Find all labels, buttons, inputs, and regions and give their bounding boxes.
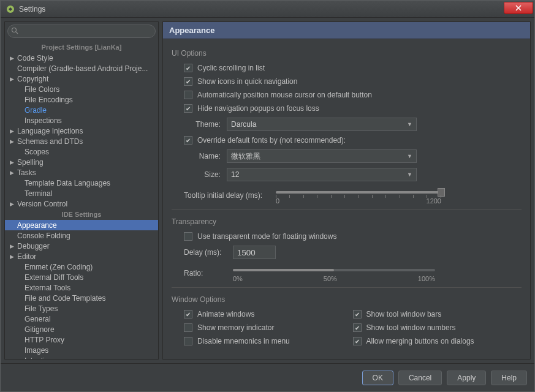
- font-name-combo[interactable]: 微软雅黑 ▼: [227, 149, 417, 163]
- merging-checkbox[interactable]: [353, 337, 362, 345]
- tree-item[interactable]: Compiler (Gradle-based Android Proje...: [5, 63, 158, 74]
- tree-item-label: Emmet (Zen Coding): [25, 263, 93, 271]
- disable-mnemonics-label: Disable mnemonics in menu: [197, 337, 290, 345]
- mouse-position-checkbox[interactable]: [184, 91, 192, 99]
- settings-tree[interactable]: Project Settings [LianKa]▶Code StyleComp…: [5, 40, 158, 359]
- tooltip-delay-slider[interactable]: 0 1200: [276, 186, 441, 205]
- tree-item[interactable]: External Diff Tools: [5, 272, 158, 282]
- tree-item-label: Debugger: [17, 242, 50, 251]
- tree-item-label: Tasks: [17, 168, 36, 177]
- tree-item[interactable]: File Types: [5, 303, 158, 314]
- tree-item[interactable]: ▶Tasks: [5, 167, 158, 178]
- tree-item-label: Schemas and DTDs: [17, 137, 83, 146]
- tool-numbers-label: Show tool window numbers: [366, 323, 456, 332]
- tree-item-label: Spelling: [17, 158, 44, 167]
- search-input[interactable]: [7, 24, 156, 38]
- delay-field[interactable]: [233, 246, 276, 259]
- tree-item[interactable]: Gradle: [5, 105, 158, 115]
- tree-item-label: Images: [25, 346, 48, 355]
- tree-item-label: File Encodings: [25, 96, 73, 104]
- svg-point-1: [12, 28, 17, 32]
- tree-item[interactable]: ▶Spelling: [5, 157, 158, 167]
- disable-mnemonics-checkbox[interactable]: [184, 337, 192, 345]
- cyclic-checkbox[interactable]: [184, 64, 192, 72]
- tree-item[interactable]: HTTP Proxy: [5, 334, 158, 345]
- sidebar: Project Settings [LianKa]▶Code StyleComp…: [4, 21, 159, 360]
- button-bar: OK Cancel Apply Help: [1, 363, 534, 391]
- cyclic-label: Cyclic scrolling in list: [197, 64, 265, 72]
- memory-label: Show memory indicator: [197, 323, 274, 332]
- tree-item[interactable]: ▶Version Control: [5, 198, 158, 209]
- tree-item-label: HTTP Proxy: [25, 336, 64, 344]
- font-size-combo[interactable]: 12 ▼: [227, 168, 417, 181]
- tree-item[interactable]: ▶Language Injections: [5, 126, 158, 136]
- cancel-button[interactable]: Cancel: [398, 371, 442, 385]
- tree-item[interactable]: Console Folding: [5, 230, 158, 241]
- tree-item-label: External Tools: [25, 284, 70, 292]
- page-title: Appearance: [163, 22, 530, 39]
- theme-combo[interactable]: Darcula ▼: [227, 118, 417, 131]
- theme-label: Theme:: [184, 120, 221, 129]
- tree-item[interactable]: General: [5, 314, 158, 324]
- tool-numbers-checkbox[interactable]: [353, 323, 362, 332]
- tree-item-label: Terminal: [25, 189, 52, 198]
- titlebar[interactable]: Settings: [1, 1, 534, 18]
- quicknav-icons-label: Show icons in quick navigation: [197, 77, 297, 86]
- tree-item[interactable]: Terminal: [5, 188, 158, 198]
- font-name-label: Name:: [184, 152, 221, 160]
- tree-arrow-icon: ▶: [10, 76, 17, 82]
- tool-bars-checkbox[interactable]: [353, 310, 362, 318]
- ratio-slider[interactable]: 0% 50% 100%: [233, 264, 435, 282]
- ratio-50: 50%: [324, 275, 337, 282]
- quicknav-icons-checkbox[interactable]: [184, 77, 192, 86]
- hide-popups-checkbox[interactable]: [184, 104, 192, 113]
- ui-options-header: UI Options: [172, 49, 522, 58]
- apply-button[interactable]: Apply: [447, 371, 486, 385]
- tree-item[interactable]: Intentions: [5, 355, 158, 359]
- window-close-button[interactable]: [504, 2, 533, 14]
- tree-item[interactable]: Gitignore: [5, 324, 158, 334]
- tree-item[interactable]: External Tools: [5, 282, 158, 293]
- tree-item-label: Intentions: [25, 356, 56, 360]
- override-fonts-checkbox[interactable]: [184, 136, 192, 145]
- font-size-value: 12: [231, 170, 239, 179]
- tree-item-label: File Types: [25, 304, 58, 313]
- tree-item[interactable]: Emmet (Zen Coding): [5, 262, 158, 272]
- memory-checkbox[interactable]: [184, 323, 192, 332]
- tree-item[interactable]: ▶Editor: [5, 251, 158, 262]
- tree-arrow-icon: ▶: [10, 254, 17, 260]
- tree-item-label: Editor: [17, 252, 36, 261]
- tree-item[interactable]: ▶Code Style: [5, 53, 158, 63]
- app-icon: [6, 4, 15, 14]
- ok-button[interactable]: OK: [362, 371, 393, 385]
- help-button[interactable]: Help: [491, 371, 527, 385]
- chevron-down-icon: ▼: [407, 121, 412, 127]
- tree-arrow-icon: ▶: [10, 138, 17, 145]
- tree-item-label: Gitignore: [25, 325, 55, 334]
- tree-section-header: IDE Settings: [5, 209, 158, 220]
- tree-item[interactable]: ▶Debugger: [5, 241, 158, 251]
- tree-item[interactable]: File Colors: [5, 84, 158, 94]
- transparent-mode-label: Use transparent mode for floating window…: [197, 232, 336, 241]
- tooltip-delay-label: Tooltip initial delay (ms):: [184, 191, 276, 200]
- window-title: Settings: [19, 5, 45, 13]
- tree-item-label: Appearance: [17, 221, 57, 230]
- tree-item[interactable]: Scopes: [5, 146, 158, 157]
- delay-label: Delay (ms):: [184, 248, 227, 257]
- tree-item[interactable]: Template Data Languages: [5, 178, 158, 188]
- transparent-mode-checkbox[interactable]: [184, 232, 192, 241]
- tree-item[interactable]: File and Code Templates: [5, 293, 158, 303]
- tree-item[interactable]: Appearance: [5, 220, 158, 230]
- tree-item[interactable]: Inspections: [5, 115, 158, 126]
- tree-item[interactable]: File Encodings: [5, 94, 158, 105]
- tree-arrow-icon: ▶: [10, 159, 17, 165]
- search-box: [5, 22, 158, 40]
- content-panel: Appearance UI Options Cyclic scrolling i…: [162, 21, 531, 360]
- tree-item[interactable]: Images: [5, 345, 158, 355]
- ratio-100: 100%: [418, 275, 435, 282]
- animate-checkbox[interactable]: [184, 310, 192, 318]
- tree-item[interactable]: ▶Schemas and DTDs: [5, 136, 158, 146]
- font-size-label: Size:: [184, 170, 221, 179]
- tree-item[interactable]: ▶Copyright: [5, 74, 158, 84]
- tree-arrow-icon: ▶: [10, 128, 17, 134]
